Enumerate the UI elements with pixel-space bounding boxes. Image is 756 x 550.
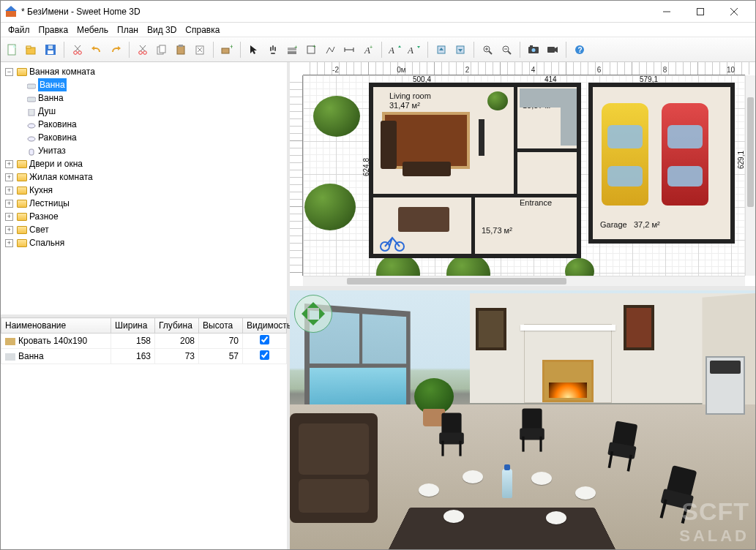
nav-down-icon[interactable] [307, 320, 319, 331]
ruler-tick: 8 [632, 62, 698, 75]
maximize-button[interactable] [684, 1, 717, 23]
svg-marker-32 [250, 45, 257, 54]
copy-button[interactable] [153, 41, 171, 59]
tree-item[interactable]: Душ [38, 105, 56, 118]
svg-text:+: + [294, 45, 297, 50]
th-width[interactable]: Ширина [111, 318, 155, 334]
text-tool[interactable]: A+ [359, 41, 377, 59]
open-button[interactable] [23, 41, 40, 59]
nav-left-icon[interactable] [296, 308, 307, 320]
scrollbar-vertical[interactable] [745, 75, 755, 276]
delete-button[interactable] [191, 41, 209, 59]
text-increase-button[interactable]: A [386, 41, 404, 59]
close-button[interactable] [717, 1, 751, 23]
svg-line-52 [489, 51, 492, 54]
svg-text:A: A [408, 45, 413, 55]
cell-height: 57 [199, 349, 243, 364]
help-button[interactable]: ? [571, 41, 588, 59]
polyline-tool[interactable] [321, 41, 339, 59]
tree-category[interactable]: Разное [29, 210, 59, 223]
scrollbar-thumb[interactable] [347, 278, 566, 285]
tree-category[interactable]: Жилая комната [29, 170, 93, 184]
cut2-button[interactable] [134, 41, 151, 59]
undo-button[interactable] [88, 41, 105, 59]
nav-up-icon[interactable] [307, 296, 319, 308]
tree-item[interactable]: Раковина [38, 118, 77, 131]
scrollbar-thumb[interactable] [747, 97, 754, 207]
th-visible[interactable]: Видимость [243, 318, 287, 334]
photo-button[interactable] [525, 41, 542, 59]
tree-category[interactable]: Ванная комната [29, 65, 95, 78]
menu-furniture[interactable]: Мебель [72, 23, 113, 37]
select-tool[interactable] [245, 41, 263, 59]
th-name[interactable]: Наименование [1, 318, 111, 334]
new-button[interactable] [4, 41, 21, 59]
tree-category[interactable]: Свет [29, 223, 49, 236]
cut-button[interactable] [69, 41, 86, 59]
minimize-button[interactable] [650, 1, 684, 23]
stove [706, 356, 745, 415]
svg-point-19 [139, 50, 143, 54]
tree-expander[interactable]: + [5, 187, 13, 195]
tree-expander[interactable]: − [5, 68, 13, 76]
folder-icon [17, 226, 27, 234]
plan-canvas[interactable]: 500,4 414 579,1 624,8 629,1 [303, 75, 745, 276]
import-button[interactable] [433, 41, 450, 59]
menu-edit[interactable]: Правка [34, 23, 73, 37]
app-window: * БезИмени - Sweet Home 3D Файл Правка М… [0, 0, 756, 550]
video-button[interactable] [544, 41, 561, 59]
tree-category[interactable]: Двери и окна [29, 157, 83, 170]
scrollbar-horizontal[interactable] [303, 276, 745, 286]
menu-plan[interactable]: План [113, 23, 143, 37]
tree-expander[interactable]: + [5, 173, 13, 181]
svg-text:+: + [370, 45, 373, 50]
tree-category[interactable]: Кухня [29, 184, 53, 197]
zoom-out-button[interactable] [498, 41, 515, 59]
furniture-table[interactable]: Наименование Ширина Глубина Высота Видим… [1, 317, 287, 364]
folder-icon [17, 68, 27, 76]
plan-2d-panel[interactable]: -2 0м 2 4 6 8 10 0м 2 4 [290, 62, 755, 286]
ruler-tick: -2 [303, 62, 369, 75]
tree-item[interactable]: Унитаз [38, 144, 66, 157]
paste-button[interactable] [172, 41, 190, 59]
menu-3dview[interactable]: Вид 3D [143, 23, 181, 37]
tree-item[interactable]: Ванна [38, 78, 67, 91]
zoom-in-button[interactable] [479, 41, 496, 59]
tree-expander[interactable]: + [5, 160, 13, 168]
tree-expander[interactable]: + [5, 239, 13, 247]
furniture-catalog-tree[interactable]: − Ванная комната Ванна Ванна Душ Раковин… [1, 62, 287, 314]
wall [514, 148, 581, 152]
redo-button[interactable] [107, 41, 124, 59]
add-furniture-button[interactable]: + [218, 41, 236, 59]
th-height[interactable]: Высота [199, 318, 243, 334]
tree-expander[interactable]: + [5, 213, 13, 221]
tree-category[interactable]: Лестницы [29, 197, 70, 210]
nav-right-icon[interactable] [319, 308, 331, 320]
menu-file[interactable]: Файл [4, 23, 34, 37]
pan-tool[interactable] [264, 41, 282, 59]
dimension-tool[interactable] [340, 41, 358, 59]
tree-category[interactable]: Спальня [29, 236, 64, 249]
room-tool[interactable]: + [302, 41, 320, 59]
dimension-label: 414 [544, 75, 557, 83]
table-row[interactable]: Ванна 163 73 57 [1, 349, 287, 364]
text-decrease-button[interactable]: A [405, 41, 423, 59]
view-3d-panel[interactable]: SCFTSALAD [290, 290, 755, 549]
menu-help[interactable]: Справка [181, 23, 224, 37]
folder-icon [17, 173, 27, 181]
export-button[interactable] [452, 41, 469, 59]
save-button[interactable] [42, 41, 59, 59]
tree-item[interactable]: Раковина [38, 131, 77, 144]
svg-marker-44 [398, 45, 401, 48]
nav-compass[interactable] [294, 295, 332, 333]
furniture-list-panel: Наименование Ширина Глубина Высота Видим… [1, 314, 287, 549]
tree-expander[interactable]: + [5, 226, 13, 234]
fireplace [524, 324, 612, 403]
table-row[interactable]: Кровать 140x190 158 208 70 [1, 334, 287, 349]
tree-expander[interactable]: + [5, 200, 13, 208]
tree-item[interactable]: Ванна [38, 91, 64, 105]
wall-tool[interactable]: + [283, 41, 301, 59]
th-depth[interactable]: Глубина [155, 318, 199, 334]
visibility-checkbox[interactable] [260, 350, 269, 360]
visibility-checkbox[interactable] [260, 335, 269, 344]
